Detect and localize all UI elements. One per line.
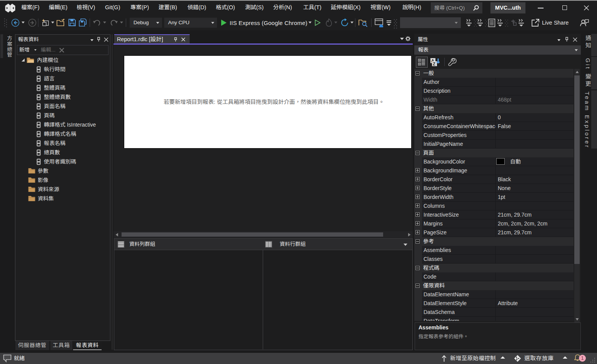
svg-text:Z: Z [433, 62, 435, 66]
